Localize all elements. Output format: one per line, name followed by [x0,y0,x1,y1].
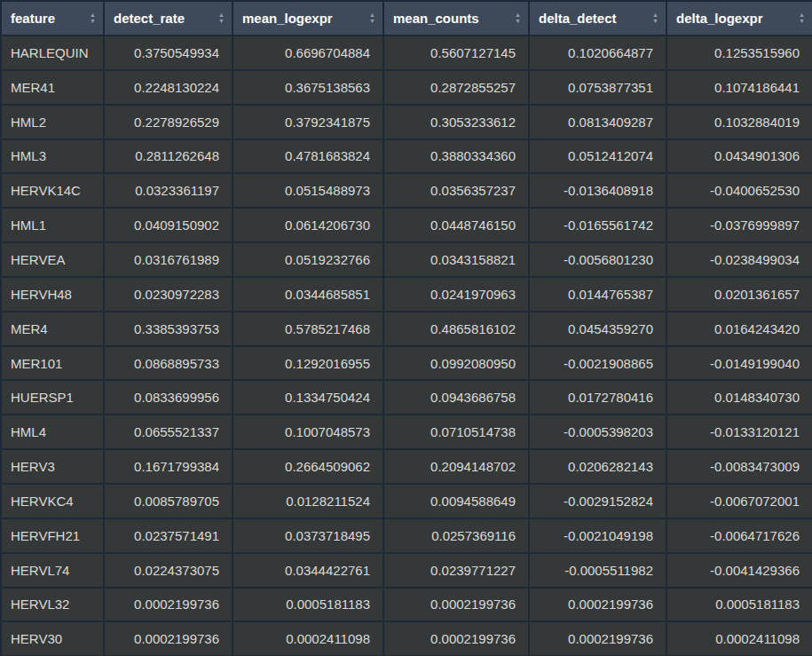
value-cell: 0.3675138563 [233,70,383,105]
column-header-mean_counts[interactable]: mean_counts▲▼ [383,1,529,36]
value-cell: 0.0148340730 [666,380,812,415]
value-cell: 0.0454359270 [529,312,666,346]
value-cell: 0.0230972283 [104,277,233,312]
table-row: MER410.22481302240.36751385630.287285525… [1,70,812,105]
value-cell: 0.0323361197 [104,173,233,208]
feature-name-cell: HERVK14C [1,173,104,208]
value-cell: 0.0002199736 [529,588,666,622]
value-cell: 0.0343158821 [383,242,529,277]
value-cell: 0.0201361657 [666,277,812,312]
sort-icon: ▲▼ [515,12,521,24]
value-cell: -0.0021908865 [529,346,666,381]
feature-name-cell: HML3 [1,139,104,174]
value-cell: -0.0005398203 [529,415,666,449]
feature-name-cell: HUERSP1 [1,380,104,415]
value-cell: 0.0002411098 [233,621,383,656]
feature-name-cell: HERVL32 [1,588,104,622]
value-cell: 0.4781683824 [233,139,383,174]
column-header-label: delta_detect [539,11,617,26]
feature-name-cell: HML4 [1,415,104,449]
sort-desc-arrow: ▼ [799,19,805,25]
table-row: HML10.04091509020.06142067300.0448746150… [1,208,812,242]
feature-name-cell: HERVH48 [1,277,104,312]
value-cell: 0.0943686758 [383,380,529,415]
value-cell: 0.2094148702 [383,449,529,484]
column-header-label: detect_rate [114,11,185,26]
value-cell: 0.3750549934 [104,36,233,70]
table-row: HARLEQUIN0.37505499340.66967048840.56071… [1,36,812,70]
value-cell: 0.0515488973 [233,173,383,208]
value-cell: 0.0448746150 [383,208,529,242]
value-cell: 0.0172780416 [529,380,666,415]
column-header-delta_detect[interactable]: delta_detect▲▼ [529,1,666,36]
sort-desc-arrow: ▼ [369,19,375,25]
feature-name-cell: HERV30 [1,621,104,656]
value-cell: 0.1334750424 [233,380,383,415]
value-cell: 0.0344685851 [233,277,383,312]
table-row: HERVH480.02309722830.03446858510.0241970… [1,277,812,312]
value-cell: 0.0085789705 [104,484,233,518]
value-cell: 0.0344422761 [233,553,383,588]
value-cell: 0.0316761989 [104,242,233,277]
value-cell: 0.1007048573 [233,415,383,449]
column-header-label: mean_logexpr [242,11,333,26]
table-row: HML30.28112626480.47816838240.3880334360… [1,139,812,174]
header-row: feature▲▼detect_rate▲▼mean_logexpr▲▼mean… [1,1,812,36]
value-cell: 0.3053233612 [383,105,529,139]
sort-icon: ▲▼ [369,12,375,24]
table-row: HERVL740.02243730750.03444227610.0239771… [1,553,812,588]
value-cell: -0.0067072001 [666,484,812,518]
value-cell: 0.5785217468 [233,312,383,346]
value-cell: 0.0409150902 [104,208,233,242]
value-cell: -0.0005511982 [529,553,666,588]
value-cell: -0.0133120121 [666,415,812,449]
value-cell: 0.0434901306 [666,139,812,174]
value-cell: 0.0164243420 [666,312,812,346]
feature-name-cell: HML2 [1,105,104,139]
value-cell: -0.0083473009 [666,449,812,484]
feature-table: feature▲▼detect_rate▲▼mean_logexpr▲▼mean… [0,0,812,656]
value-cell: -0.0021049198 [529,518,666,553]
value-cell: 0.0005181183 [233,588,383,622]
value-cell: -0.0136408918 [529,173,666,208]
sort-desc-arrow: ▼ [218,19,225,25]
value-cell: 0.0257369116 [383,518,529,553]
value-cell: -0.0149199040 [666,346,812,381]
feature-name-cell: MER4 [1,312,104,346]
feature-name-cell: HERVL74 [1,553,104,588]
value-cell: 0.1074186441 [666,70,812,105]
table-row: HERV300.00021997360.00024110980.00021997… [1,621,812,656]
value-cell: -0.0041429366 [666,553,812,588]
column-header-feature[interactable]: feature▲▼ [1,1,104,36]
column-header-delta_logexpr[interactable]: delta_logexpr▲▼ [666,1,812,36]
value-cell: 0.0710514738 [383,415,529,449]
column-header-label: feature [11,11,55,26]
value-cell: 0.0002199736 [104,588,233,622]
value-cell: 0.0237571491 [104,518,233,553]
table-row: HML20.22789265290.37923418750.3053233612… [1,105,812,139]
value-cell: 0.0373718495 [233,518,383,553]
value-cell: 0.0356357237 [383,173,529,208]
sort-desc-arrow: ▼ [652,19,658,25]
table-row: HUERSP10.08336999560.13347504240.0943686… [1,380,812,415]
value-cell: 0.0512412074 [529,139,666,174]
value-cell: 0.2811262648 [104,139,233,174]
column-header-label: delta_logexpr [676,11,763,26]
value-cell: 0.0241970963 [383,277,529,312]
value-cell: 0.2872855257 [383,70,529,105]
value-cell: 0.0813409287 [529,105,666,139]
table-row: HERV30.16717993840.26645090620.209414870… [1,449,812,484]
value-cell: 0.0239771227 [383,553,529,588]
sort-icon: ▲▼ [652,12,658,24]
column-header-mean_logexpr[interactable]: mean_logexpr▲▼ [233,1,383,36]
value-cell: 0.0992080950 [383,346,529,381]
column-header-label: mean_counts [393,11,479,26]
value-cell: 0.0144765387 [529,277,666,312]
sort-desc-arrow: ▼ [515,19,521,25]
value-cell: -0.0238499034 [666,242,812,277]
column-header-detect_rate[interactable]: detect_rate▲▼ [104,1,233,36]
sort-icon: ▲▼ [90,12,96,24]
table-row: HERVFH210.02375714910.03737184950.025736… [1,518,812,553]
value-cell: 0.3792341875 [233,105,383,139]
value-cell: 0.0753877351 [529,70,666,105]
